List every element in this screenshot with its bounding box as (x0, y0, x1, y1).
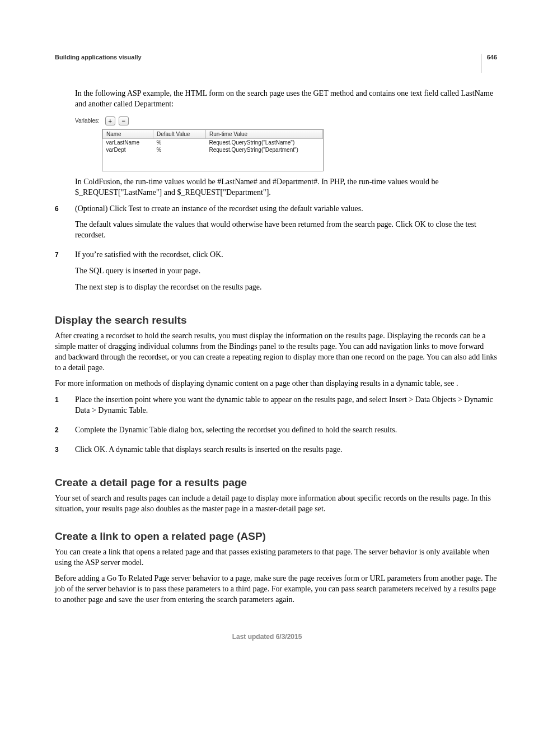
cell-default: % (153, 146, 206, 153)
display-results-p1: After creating a recordset to hold the s… (55, 331, 497, 374)
display-results-p2: For more information on methods of displ… (55, 379, 497, 389)
intro-paragraph-1: In the following ASP example, the HTML f… (75, 88, 497, 110)
step-7: 7 If you’re satisfied with the recordset… (55, 250, 497, 298)
step-text: If you’re satisfied with the recordset, … (75, 250, 497, 260)
step-6: 6 (Optional) Click Test to create an ins… (55, 204, 497, 247)
step-text: The next step is to display the recordse… (75, 282, 497, 293)
cell-name: varLastName (103, 138, 153, 146)
remove-variable-button[interactable]: − (119, 116, 129, 125)
step-text: The default values simulate the values t… (75, 220, 497, 241)
page-number: 646 (487, 54, 497, 60)
variables-table-wrap: Name Default Value Run-time Value varLas… (102, 129, 324, 171)
heading-related-link: Create a link to open a related page (AS… (55, 530, 497, 543)
step-text: (Optional) Click Test to create an insta… (75, 204, 497, 214)
cell-runtime: Request.QueryString("Department") (206, 146, 323, 153)
page-number-container: 646 (481, 54, 497, 73)
variables-table: Name Default Value Run-time Value varLas… (102, 129, 323, 153)
related-link-p2: Before adding a Go To Related Page serve… (55, 573, 497, 605)
add-variable-button[interactable]: + (105, 116, 115, 125)
step-text: Complete the Dynamic Table dialog box, s… (75, 425, 497, 436)
step-number: 1 (55, 395, 75, 422)
heading-display-results: Display the search results (55, 314, 497, 326)
step-number: 3 (55, 445, 75, 461)
variables-label: Variables: (75, 118, 102, 124)
heading-detail-page: Create a detail page for a results page (55, 477, 497, 489)
step-text: Click OK. A dynamic table that displays … (75, 445, 497, 455)
col-header-name: Name (103, 129, 153, 138)
table-row[interactable]: varLastName % Request.QueryString("LastN… (103, 138, 323, 146)
running-header: Building applications visually (55, 54, 497, 60)
detail-page-p1: Your set of search and results pages can… (55, 493, 497, 515)
footer-last-updated: Last updated 6/3/2015 (0, 633, 534, 641)
cell-name: varDept (103, 146, 153, 153)
intro-paragraph-2: In ColdFusion, the run-time values would… (75, 177, 497, 198)
step-text: The SQL query is inserted in your page. (75, 266, 497, 277)
col-header-runtime: Run-time Value (206, 129, 323, 138)
related-link-p1: You can create a link that opens a relat… (55, 547, 497, 568)
col-header-default: Default Value (153, 129, 206, 138)
variables-panel: Variables: + − Name Default Value Run-ti… (75, 115, 324, 171)
display-step-2: 2 Complete the Dynamic Table dialog box,… (55, 425, 497, 441)
step-number: 2 (55, 425, 75, 441)
cell-default: % (153, 138, 206, 146)
table-row[interactable]: varDept % Request.QueryString("Departmen… (103, 146, 323, 153)
cell-runtime: Request.QueryString("LastName") (206, 138, 323, 146)
display-step-3: 3 Click OK. A dynamic table that display… (55, 445, 497, 461)
step-text: Place the insertion point where you want… (75, 395, 497, 416)
display-step-1: 1 Place the insertion point where you wa… (55, 395, 497, 422)
step-number: 7 (55, 250, 75, 298)
step-number: 6 (55, 204, 75, 247)
